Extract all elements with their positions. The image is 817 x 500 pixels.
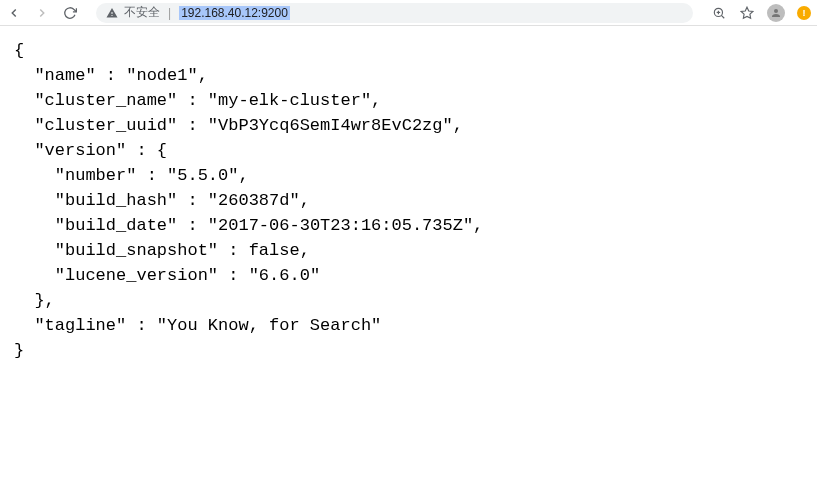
svg-marker-4 [741, 7, 753, 18]
json-val: 5.5.0 [177, 166, 228, 185]
url-text: 192.168.40.12:9200 [179, 6, 290, 20]
zoom-icon[interactable] [711, 5, 727, 21]
json-val: You Know, for Search [167, 316, 371, 335]
json-val: my-elk-cluster [218, 91, 361, 110]
json-val: 2017-06-30T23:16:05.735Z [218, 216, 463, 235]
profile-avatar-icon[interactable] [767, 4, 785, 22]
json-val: 6.6.0 [259, 266, 310, 285]
nav-controls [6, 5, 78, 21]
json-val: 260387d [218, 191, 289, 210]
json-key: name [45, 66, 86, 85]
json-key: version [45, 141, 116, 160]
json-val: false [249, 241, 300, 260]
json-val: node1 [136, 66, 187, 85]
address-bar[interactable]: 不安全 | 192.168.40.12:9200 [96, 3, 693, 23]
insecure-label: 不安全 [124, 4, 160, 21]
right-controls: ! [711, 4, 811, 22]
separator: | [168, 6, 171, 20]
json-key: number [65, 166, 126, 185]
json-key: lucene_version [65, 266, 208, 285]
json-key: cluster_name [45, 91, 167, 110]
back-icon[interactable] [6, 5, 22, 21]
svg-point-5 [774, 9, 778, 13]
json-key: tagline [45, 316, 116, 335]
svg-line-1 [721, 15, 724, 18]
json-key: build_snapshot [65, 241, 208, 260]
reload-icon[interactable] [62, 5, 78, 21]
forward-icon[interactable] [34, 5, 50, 21]
star-icon[interactable] [739, 5, 755, 21]
browser-toolbar: 不安全 | 192.168.40.12:9200 ! [0, 0, 817, 26]
json-response-body: { "name" : "node1", "cluster_name" : "my… [0, 26, 817, 375]
warning-icon [106, 7, 118, 19]
json-val: VbP3Ycq6SemI4wr8EvC2zg [218, 116, 442, 135]
notification-dot-icon[interactable]: ! [797, 6, 811, 20]
json-key: build_date [65, 216, 167, 235]
json-key: cluster_uuid [45, 116, 167, 135]
json-key: build_hash [65, 191, 167, 210]
